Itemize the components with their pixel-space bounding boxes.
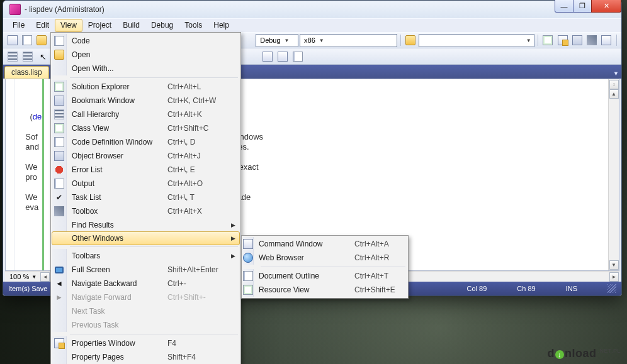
other-windows-command-window[interactable]: Command WindowCtrl+Alt+A xyxy=(243,237,407,251)
menu-help[interactable]: Help xyxy=(208,19,235,32)
menu-item-shortcut: Ctrl+Alt+A xyxy=(354,240,415,248)
view-menu-code[interactable]: Code xyxy=(52,34,239,48)
menu-item-label: Task List xyxy=(67,193,167,202)
platform-combo[interactable]: x86▼ xyxy=(300,34,397,47)
view-menu-bookmark-window[interactable]: Bookmark WindowCtrl+K, Ctrl+W xyxy=(52,94,239,108)
menu-file[interactable]: File xyxy=(7,19,30,32)
download-watermark: d↓nload.NET.PL xyxy=(547,347,621,360)
config-combo-value: Debug xyxy=(260,36,280,44)
view-menu-task-list[interactable]: ✔Task ListCtrl+\, T xyxy=(52,190,239,204)
find-combo[interactable]: ▼ xyxy=(419,34,534,47)
submenu-arrow-icon: ▶ xyxy=(231,253,235,259)
tabstrip-dropdown[interactable]: ▼ xyxy=(613,70,619,79)
menu-item-label: Open With... xyxy=(67,64,167,73)
view-menu-open[interactable]: Open xyxy=(52,48,239,62)
ide-window: - lispdev (Administrator) — ❐ ✕ FileEdit… xyxy=(3,0,622,296)
menu-item-shortcut: Shift+F4 xyxy=(167,353,228,361)
vertical-scrollbar[interactable]: ↕ ▲ ▼ xyxy=(608,79,619,270)
view-menu-output[interactable]: OutputCtrl+Alt+O xyxy=(52,177,239,190)
ic-book-menuicon xyxy=(52,94,67,108)
other-windows-document-outline[interactable]: Document OutlineCtrl+Alt+T xyxy=(243,269,407,283)
view-menu-toolbox[interactable]: ToolboxCtrl+Alt+X xyxy=(52,204,239,218)
open-folder-button[interactable] xyxy=(404,33,417,47)
select-icon[interactable]: ↖ xyxy=(36,50,50,63)
new-project-button[interactable] xyxy=(6,33,19,47)
menu-item-label: Solution Explorer xyxy=(67,82,167,91)
scroll-right-button[interactable]: ► xyxy=(609,272,619,282)
zoom-value: 100 % xyxy=(9,273,29,280)
submenu-arrow-icon: ▶ xyxy=(231,222,235,228)
properties-icon[interactable] xyxy=(556,33,569,47)
view-menu-call-hierarchy[interactable]: Call HierarchyCtrl+Alt+K xyxy=(52,108,239,121)
menu-view[interactable]: View xyxy=(55,19,82,32)
menu-tools[interactable]: Tools xyxy=(179,19,208,32)
ic-nav-menuicon: ► xyxy=(52,290,67,304)
ic-folder-menuicon xyxy=(52,48,67,62)
tb2-5[interactable] xyxy=(261,50,274,63)
menu-item-label: Class View xyxy=(67,124,167,133)
status-ins: INS xyxy=(566,285,577,292)
maximize-button[interactable]: ❐ xyxy=(573,0,592,13)
view-menu-property-pages[interactable]: Property PagesShift+F4 xyxy=(52,350,239,364)
config-combo[interactable]: Debug▼ xyxy=(256,34,298,47)
view-menu-toolbars[interactable]: Toolbars▶ xyxy=(52,249,239,263)
view-menu-navigate-backward[interactable]: ◄Navigate BackwardCtrl+- xyxy=(52,277,239,290)
add-item-button[interactable] xyxy=(20,33,33,47)
menu-item-label: Error List xyxy=(67,165,167,174)
view-menu-find-results[interactable]: Find Results▶ xyxy=(52,218,239,232)
menu-item-shortcut: Ctrl+Alt+J xyxy=(167,152,228,160)
menu-item-label: Navigate Forward xyxy=(67,293,167,302)
zoom-combo[interactable]: 100 %▼ xyxy=(6,273,40,280)
view-menu-solution-explorer[interactable]: Solution ExplorerCtrl+Alt+L xyxy=(52,80,239,94)
scroll-left-button[interactable]: ◄ xyxy=(40,272,50,282)
split-icon[interactable]: ↕ xyxy=(609,80,619,89)
view-menu-code-definition-window[interactable]: Code Definition WindowCtrl+\, D xyxy=(52,135,239,149)
menu-edit[interactable]: Edit xyxy=(30,19,55,32)
menu-build[interactable]: Build xyxy=(117,19,145,32)
ic-book-menuicon xyxy=(52,149,67,163)
tb2-7[interactable] xyxy=(291,50,305,63)
menu-item-shortcut: Ctrl+\, D xyxy=(167,138,228,146)
solexp-icon[interactable] xyxy=(541,33,555,47)
menu-item-label: Navigate Backward xyxy=(67,279,167,288)
ic-doc-menuicon xyxy=(243,269,254,283)
toolbox-icon[interactable] xyxy=(585,33,598,47)
menu-item-label: Full Screen xyxy=(67,265,167,274)
minimize-button[interactable]: — xyxy=(555,0,573,13)
other-windows-web-browser[interactable]: Web BrowserCtrl+Alt+R xyxy=(243,251,407,265)
start-page-icon[interactable] xyxy=(600,33,613,47)
view-menu-full-screen[interactable]: Full ScreenShift+Alt+Enter xyxy=(52,263,239,277)
view-menu-properties-window[interactable]: Properties WindowF4 xyxy=(52,336,239,350)
view-menu-other-windows[interactable]: Other Windows▶ xyxy=(52,231,240,245)
object-browser-icon[interactable] xyxy=(570,33,584,47)
view-menu-error-list[interactable]: Error ListCtrl+\, E xyxy=(52,163,239,177)
menu-item-label: Code xyxy=(67,36,167,45)
tb2-1[interactable] xyxy=(6,50,20,63)
ic-tree-menuicon xyxy=(52,121,67,135)
scroll-up-button[interactable]: ▲ xyxy=(609,89,619,99)
ic-prop-menuicon xyxy=(52,336,67,350)
view-menu-previous-task: Previous Task xyxy=(52,318,239,332)
blank-menuicon xyxy=(52,62,67,75)
resize-grip-icon[interactable] xyxy=(607,284,616,293)
tab-classlisp[interactable]: class.lisp xyxy=(4,66,49,79)
menu-item-shortcut: Ctrl+Alt+R xyxy=(354,253,415,262)
ic-doc-menuicon xyxy=(52,177,67,190)
blank-menuicon xyxy=(52,350,67,364)
menu-project[interactable]: Project xyxy=(82,19,117,32)
menu-item-label: Next Task xyxy=(67,307,167,316)
menu-debug[interactable]: Debug xyxy=(145,19,179,32)
view-menu-class-view[interactable]: Class ViewCtrl+Shift+C xyxy=(52,121,239,135)
tb2-6[interactable] xyxy=(276,50,290,63)
menu-item-shortcut: Ctrl+Alt+O xyxy=(167,179,228,188)
tb2-2[interactable] xyxy=(21,50,35,63)
other-windows-resource-view[interactable]: Resource ViewCtrl+Shift+E xyxy=(243,283,407,297)
view-menu-object-browser[interactable]: Object BrowserCtrl+Alt+J xyxy=(52,149,239,163)
view-menu-dropdown: CodeOpenOpen With...Solution ExplorerCtr… xyxy=(50,32,241,364)
close-button[interactable]: ✕ xyxy=(591,0,621,13)
scroll-down-button[interactable]: ▼ xyxy=(609,260,619,270)
view-menu-open-with[interactable]: Open With... xyxy=(52,62,239,75)
ic-window-menuicon xyxy=(243,237,254,251)
open-button[interactable] xyxy=(35,33,48,47)
menu-item-label: Previous Task xyxy=(67,321,167,329)
